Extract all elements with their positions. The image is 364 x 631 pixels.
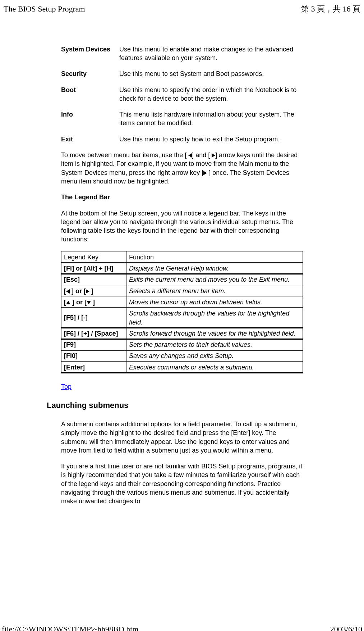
menu-label: Exit [61, 135, 119, 144]
menu-item: Info This menu lists hardware informatio… [61, 110, 303, 128]
cell-key: [Fl0] [62, 350, 127, 362]
top-link[interactable]: Top [61, 383, 72, 390]
table-row: [F9] Sets the parameters to their defaul… [62, 339, 303, 350]
menu-item: Security Use this menu to set System and… [61, 69, 303, 78]
table-row: [Enter] Executes commands or selects a s… [62, 362, 303, 373]
table-row: [F5] / [-] Scrolls backwards through the… [62, 308, 303, 328]
table-row: [ ] or [ ] Selects a different menu bar … [62, 285, 303, 296]
submenu-paragraph-2: If you are a first time user or are not … [61, 462, 303, 505]
top-link-block: Top [61, 382, 303, 391]
cell-func: Executes commands or selects a submenu. [126, 362, 302, 373]
footer-date: 2003/6/10 [330, 624, 362, 631]
th-function: Function [126, 251, 302, 263]
cell-key: [ ] or [ ] [62, 296, 127, 308]
arrow-left-icon [66, 289, 70, 294]
table-row: [F6] / [+] / [Space] Scrolls forward thr… [62, 328, 303, 339]
cell-key: [Enter] [62, 362, 127, 373]
launching-submenus-heading: Launching submenus [47, 400, 303, 411]
table-row: [Esc] Exits the current menu and moves y… [62, 274, 303, 285]
page-header: The BIOS Setup Program 第 3 頁，共 16 頁 [0, 0, 364, 16]
cell-func: Saves any changes and exits Setup. [126, 350, 302, 362]
menu-item: System Devices Use this menu to enable a… [61, 45, 303, 63]
cell-func: Selects a different menu bar item. [126, 285, 302, 296]
arrow-right-icon [86, 289, 89, 294]
menu-item: Exit Use this menu to specify how to exi… [61, 135, 303, 144]
menu-desc: Use this menu to enable and make changes… [119, 45, 303, 63]
cell-func: Scrolls forward through the values for t… [126, 328, 302, 339]
menu-label: Info [61, 110, 119, 128]
cell-key: [F6] / [+] / [Space] [62, 328, 127, 339]
submenu-paragraph-1: A submenu contains additional options fo… [61, 420, 303, 455]
table-row: [Fl] or [Alt] + [H] Displays the General… [62, 263, 303, 274]
table-header-row: Legend Key Function [62, 251, 303, 263]
legend-intro: At the bottom of the Setup screen, you w… [61, 209, 303, 244]
arrow-down-icon [87, 301, 91, 304]
table-row: [Fl0] Saves any changes and exits Setup. [62, 350, 303, 362]
menu-desc: Use this menu to specify the order in wh… [119, 86, 303, 103]
arrow-right-icon [212, 153, 215, 158]
main-content: System Devices Use this menu to enable a… [0, 45, 364, 506]
menu-desc: Use this menu to specify how to exit the… [119, 135, 303, 144]
page-indicator: 第 3 頁，共 16 頁 [301, 4, 360, 14]
menu-label: Security [61, 69, 119, 78]
menu-item: Boot Use this menu to specify the order … [61, 86, 303, 103]
page-footer: file://C:\WINDOWS\TEMP\~hh98BD.htm 2003/… [0, 620, 364, 631]
cell-key: [ ] or [ ] [62, 285, 127, 296]
cell-func: Moves the cursor up and down between fie… [126, 296, 302, 308]
footer-path: file://C:\WINDOWS\TEMP\~hh98BD.htm [2, 624, 138, 631]
cell-key: [Fl] or [Alt] + [H] [62, 263, 127, 274]
arrow-up-icon [66, 301, 70, 304]
table-row: [ ] or [ ] Moves the cursor up and down … [62, 296, 303, 308]
cell-func: Displays the General Help window. [126, 263, 302, 274]
cell-key: [F9] [62, 339, 127, 350]
menu-desc: Use this menu to set System and Boot pas… [119, 69, 303, 78]
menu-desc: This menu lists hardware information abo… [119, 110, 303, 128]
doc-title: The BIOS Setup Program [4, 4, 85, 14]
cell-func: Scrolls backwards through the values for… [126, 308, 302, 328]
cell-func: Exits the current menu and moves you to … [126, 274, 302, 285]
cell-func: Sets the parameters to their default val… [126, 339, 302, 350]
cell-key: [Esc] [62, 274, 127, 285]
menu-descriptions: System Devices Use this menu to enable a… [61, 45, 303, 144]
navigation-paragraph: To move between menu bar items, use the … [61, 151, 303, 186]
arrow-left-icon [188, 153, 192, 158]
legend-bar-heading: The Legend Bar [61, 193, 303, 201]
legend-table: Legend Key Function [Fl] or [Alt] + [H] … [61, 251, 303, 373]
menu-label: Boot [61, 86, 119, 103]
th-key: Legend Key [62, 251, 127, 263]
arrow-right-icon [203, 171, 207, 175]
cell-key: [F5] / [-] [62, 308, 127, 328]
menu-label: System Devices [61, 45, 119, 63]
